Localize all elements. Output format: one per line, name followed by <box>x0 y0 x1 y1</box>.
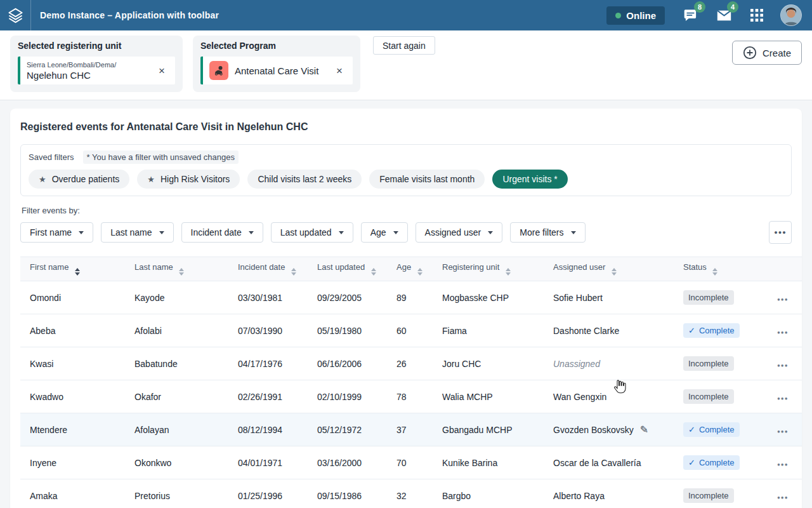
last-name-cell: Afolayan <box>125 413 228 446</box>
filter-dropdown-button[interactable]: First name <box>20 222 93 243</box>
registering-unit-cell: Fiama <box>433 314 544 347</box>
filter-dropdown-button[interactable]: Last updated <box>271 222 353 243</box>
column-header[interactable]: Last updated <box>308 257 387 281</box>
table-row[interactable]: AmakaPretorius01/25/199609/15/198632Barg… <box>20 479 802 508</box>
status-label: Incomplete <box>688 359 729 368</box>
sort-arrows-icon <box>371 268 376 276</box>
status-badge: Incomplete <box>683 356 734 371</box>
app-title: Demo Instance – Application with toolbar <box>40 10 219 20</box>
status-badge: ✓Complete <box>683 455 740 470</box>
online-status-chip[interactable]: Online <box>606 6 665 25</box>
row-menu-cell: ●●● <box>772 413 802 446</box>
incident-date-cell: 07/03/1990 <box>228 314 308 347</box>
row-overflow-menu-button[interactable]: ●●● <box>777 297 789 302</box>
status-cell: Incomplete <box>674 479 772 508</box>
status-label: Incomplete <box>688 293 729 302</box>
column-header[interactable]: First name <box>20 257 125 281</box>
saved-filter-chip[interactable]: ★ Overdue patients <box>29 170 129 189</box>
filter-dropdown-button[interactable]: Incident date <box>181 222 263 243</box>
first-name-cell: Inyene <box>20 446 125 479</box>
assigned-user-name: Gvozden Boskovsky <box>553 425 634 435</box>
filter-dropdown-button[interactable]: Last name <box>101 222 173 243</box>
saved-filter-chip[interactable]: Child visits last 2 weeks <box>247 170 362 189</box>
clear-program-button[interactable]: × <box>332 64 346 77</box>
filter-dropdown-button[interactable]: More filters <box>510 222 585 243</box>
table-row[interactable]: OmondiKayode03/30/198109/29/200589Mogbas… <box>20 281 802 314</box>
column-header-label: Status <box>683 262 709 272</box>
saved-filter-chip[interactable]: Female visits last month <box>369 170 485 189</box>
last-updated-cell: 05/19/1980 <box>308 314 387 347</box>
table-row[interactable]: MtendereAfolayan08/12/199405/12/197237Gb… <box>20 413 802 446</box>
caret-down-icon <box>339 231 344 234</box>
assigned-user-name: Wan Gengxin <box>553 392 606 402</box>
filter-dropdown-label: First name <box>30 227 72 237</box>
list-options-button[interactable]: ●●● <box>769 221 792 244</box>
column-header[interactable]: Assigned user <box>544 257 674 281</box>
saved-filter-chip-label: Female visits last month <box>379 174 475 184</box>
messages-button[interactable]: 8 <box>681 6 700 25</box>
table-row[interactable]: KwasiBabatunde04/17/197606/16/200626Joru… <box>20 347 802 380</box>
incident-date-cell: 03/30/1981 <box>228 281 308 314</box>
user-avatar[interactable] <box>780 4 802 26</box>
start-again-button[interactable]: Start again <box>373 36 435 55</box>
registering-unit-name: Ngelehun CHC <box>27 70 155 81</box>
row-overflow-menu-button[interactable]: ●●● <box>777 462 789 467</box>
row-overflow-menu-button[interactable]: ●●● <box>777 495 789 500</box>
column-header[interactable]: Registering unit <box>433 257 544 281</box>
filter-dropdown-button[interactable]: Age <box>361 222 408 243</box>
status-cell: ✓Complete <box>674 413 772 446</box>
selection-toolbar: Selected registering unit Sierra Leone/B… <box>0 30 812 100</box>
row-menu-cell: ●●● <box>772 347 802 380</box>
last-name-cell: Pretorius <box>125 479 228 508</box>
last-updated-cell: 06/16/2006 <box>308 347 387 380</box>
baby-icon <box>213 64 225 77</box>
last-updated-cell: 03/16/2000 <box>308 446 387 479</box>
layers-logo-icon <box>7 7 24 24</box>
online-label: Online <box>626 10 656 21</box>
column-header[interactable]: Age <box>387 257 433 281</box>
saved-filter-chip-label: Overdue patients <box>52 174 120 184</box>
assigned-user-name: Alberto Raya <box>553 491 605 501</box>
saved-filters-box: Saved filters * You have a filter with u… <box>20 144 792 196</box>
column-header-label: Age <box>396 262 414 272</box>
row-overflow-menu-button[interactable]: ●●● <box>777 429 789 434</box>
row-overflow-menu-button[interactable]: ●●● <box>777 396 789 401</box>
row-overflow-menu-button[interactable]: ●●● <box>777 330 789 335</box>
column-header[interactable]: Status <box>674 257 772 281</box>
incident-date-cell: 04/01/1971 <box>228 446 308 479</box>
caret-down-icon <box>249 231 254 234</box>
filter-dropdown-label: Assigned user <box>425 227 481 237</box>
check-icon: ✓ <box>688 458 695 467</box>
create-button[interactable]: Create <box>732 41 802 65</box>
star-icon: ★ <box>147 175 155 184</box>
row-overflow-menu-button[interactable]: ●●● <box>777 363 789 368</box>
sort-arrows-icon <box>712 268 717 276</box>
saved-filter-chip-label: Child visits last 2 weeks <box>258 174 351 184</box>
app-logo[interactable] <box>0 0 31 30</box>
last-updated-cell: 09/15/1986 <box>308 479 387 508</box>
mail-button[interactable]: 4 <box>714 6 733 25</box>
last-name-cell: Kayode <box>125 281 228 314</box>
status-cell: ✓Complete <box>674 446 772 479</box>
clear-registering-unit-button[interactable]: × <box>155 64 169 77</box>
status-label: Incomplete <box>688 491 729 500</box>
filter-dropdown-button[interactable]: Assigned user <box>416 222 503 243</box>
table-row[interactable]: AbebaAfolabi07/03/199005/19/198060FiamaD… <box>20 314 802 347</box>
table-row[interactable]: InyeneOkonkwo04/01/197103/16/200070Kunik… <box>20 446 802 479</box>
apps-menu-button[interactable] <box>747 6 766 25</box>
saved-filter-chip-label: Urgent visits * <box>502 174 557 184</box>
status-label: Complete <box>699 458 735 467</box>
age-cell: 37 <box>387 413 433 446</box>
saved-filter-chip[interactable]: ★ High Risk Visitors <box>137 170 240 189</box>
edit-assignee-icon[interactable]: ✎ <box>640 424 648 435</box>
table-row[interactable]: KwadwoOkafor02/26/199102/10/199978Walia … <box>20 380 802 413</box>
caret-down-icon <box>159 231 164 234</box>
age-cell: 70 <box>387 446 433 479</box>
saved-filter-chip[interactable]: Urgent visits * <box>492 170 567 189</box>
column-header[interactable]: Incident date <box>228 257 308 281</box>
status-label: Incomplete <box>688 392 729 401</box>
status-badge: Incomplete <box>683 488 734 503</box>
column-header[interactable]: Last name <box>125 257 228 281</box>
saved-filters-label: Saved filters <box>29 152 74 162</box>
registering-unit-path: Sierra Leone/Bombali/Dema/ <box>27 61 155 69</box>
